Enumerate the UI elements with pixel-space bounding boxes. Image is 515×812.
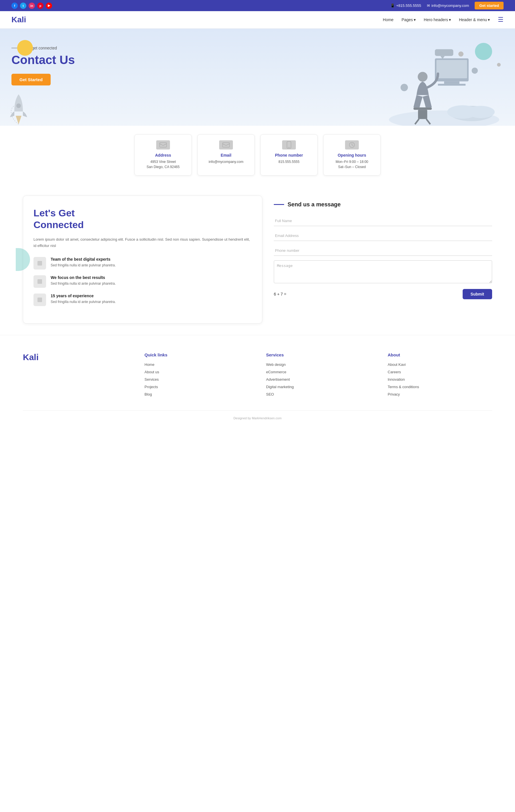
submit-button[interactable]: Submit: [463, 289, 492, 299]
top-bar: f t in p ▶ 📱 +815.555.5555 ✉ info@mycomp…: [0, 0, 515, 11]
feature-icon-3: [33, 293, 46, 306]
footer-link-privacy[interactable]: Privacy: [388, 392, 400, 397]
header-line-decoration: [274, 204, 284, 205]
contact-section: Let's Get Connected Lorem ipsum dolor si…: [0, 184, 515, 335]
nav-pages[interactable]: Pages ▾: [401, 18, 416, 22]
top-bar-contact: 📱 +815.555.5555 ✉ info@mycompany.com: [390, 3, 469, 8]
hero-small-circle2: [497, 63, 501, 66]
top-cta-button[interactable]: Get started: [475, 2, 504, 9]
footer: Kali Quick links Home About us Services …: [0, 335, 515, 429]
instagram-icon[interactable]: in: [29, 3, 35, 9]
hero-yellow-circle: [17, 40, 33, 56]
contact-form: 6 + 7 = Submit: [274, 216, 492, 299]
svg-rect-5: [436, 60, 467, 78]
hero-section: Let's get connected Contact Us Get Start…: [0, 29, 515, 126]
footer-link-blog[interactable]: Blog: [144, 392, 152, 397]
card-phone-title: Phone number: [266, 153, 311, 157]
feature-item-2: We focus on the best results Sed fringil…: [33, 275, 252, 288]
svg-point-15: [401, 84, 408, 91]
chevron-down-icon: ▾: [414, 18, 416, 22]
contact-form-panel: Send us a message 6 + 7 = Submit: [274, 196, 492, 305]
facebook-icon[interactable]: f: [11, 3, 18, 9]
svg-rect-25: [37, 297, 42, 302]
footer-link-seo[interactable]: SEO: [266, 392, 274, 397]
form-group-phone: [274, 245, 492, 256]
twitter-icon[interactable]: t: [20, 3, 26, 9]
footer-link-careers[interactable]: Careers: [388, 370, 401, 374]
message-textarea[interactable]: [274, 260, 492, 283]
email-input[interactable]: [274, 231, 492, 241]
feature-title-1: Team of the best digital experts: [51, 257, 116, 262]
footer-link-advertisement[interactable]: Advertisement: [266, 377, 290, 382]
footer-link-aboutkavi[interactable]: About Kavi: [388, 362, 406, 367]
info-cards-section: Address 4953 Vine StreetSan Diego, CA 92…: [0, 126, 515, 184]
footer-link-digitalmarketing[interactable]: Digital marketing: [266, 385, 294, 389]
footer-copyright: Designed by MarkHendriksen.com: [234, 416, 281, 420]
svg-point-3: [467, 106, 495, 118]
card-email-text: info@mycompany.com: [204, 159, 249, 164]
footer-link-projects[interactable]: Projects: [144, 385, 158, 389]
top-bar-right: 📱 +815.555.5555 ✉ info@mycompany.com Get…: [390, 2, 504, 9]
logo[interactable]: Kali: [11, 15, 26, 24]
footer-quicklinks: Quick links Home About us Services Proje…: [144, 352, 249, 399]
nav-links: Home Pages ▾ Hero headers ▾ Header & men…: [383, 16, 504, 24]
nav-home[interactable]: Home: [383, 18, 394, 22]
email-card-icon: [219, 140, 233, 149]
feature-desc-3: Sed fringilla nulla id ante pulvinar pha…: [51, 299, 116, 304]
feature-title-3: 15 years of experience: [51, 293, 116, 298]
svg-point-8: [418, 72, 428, 82]
svg-point-21: [289, 147, 290, 148]
card-phone-text: 815.555.5555: [266, 159, 311, 164]
feature-text-2: We focus on the best results Sed fringil…: [51, 275, 116, 286]
footer-link-home[interactable]: Home: [144, 362, 155, 367]
youtube-icon[interactable]: ▶: [46, 3, 52, 9]
social-icons-group: f t in p ▶: [11, 3, 52, 9]
card-phone: Phone number 815.555.5555: [260, 134, 318, 175]
nav-header-menu[interactable]: Header & menu ▾: [459, 18, 490, 22]
full-name-input[interactable]: [274, 216, 492, 226]
svg-rect-10: [418, 110, 427, 119]
feature-item-1: Team of the best digital experts Sed fri…: [33, 257, 252, 269]
footer-link-webdesign[interactable]: Web design: [266, 362, 286, 367]
feature-icon-2: [33, 275, 46, 288]
address-icon: [156, 140, 170, 149]
lets-get-title: Let's Get Connected: [33, 207, 252, 231]
email-address: info@mycompany.com: [431, 3, 469, 8]
footer-services: Services Web design eCommerce Advertisem…: [266, 352, 371, 399]
form-group-message: [274, 260, 492, 284]
chevron-down-icon3: ▾: [488, 18, 490, 22]
feature-desc-2: Sed fringilla nulla id ante pulvinar pha…: [51, 281, 116, 286]
footer-link-services[interactable]: Services: [144, 377, 159, 382]
footer-services-title: Services: [266, 352, 371, 357]
phone-card-icon: [282, 140, 296, 149]
email-contact: ✉ info@mycompany.com: [427, 3, 469, 8]
form-footer: 6 + 7 = Submit: [274, 289, 492, 299]
hero-cta-button[interactable]: Get Started: [11, 74, 51, 85]
card-address: Address 4953 Vine StreetSan Diego, CA 92…: [134, 134, 192, 175]
footer-link-ecommerce[interactable]: eCommerce: [266, 370, 287, 374]
card-address-title: Address: [140, 153, 186, 157]
send-msg-header: Send us a message: [274, 201, 492, 208]
pinterest-icon[interactable]: p: [37, 3, 44, 9]
nav-hero-headers[interactable]: Hero headers ▾: [424, 18, 451, 22]
feature-desc-1: Sed fringilla nulla id ante pulvinar pha…: [51, 263, 116, 268]
svg-rect-6: [444, 82, 460, 84]
phone-number: +815.555.5555: [396, 3, 421, 8]
phone-contact: 📱 +815.555.5555: [390, 3, 421, 8]
svg-rect-13: [435, 49, 453, 56]
footer-link-about[interactable]: About us: [144, 370, 159, 374]
footer-link-innovation[interactable]: Innovation: [388, 377, 405, 382]
card-hours: Opening hours Mon–Fri 9:00 – 18:00Sat–Su…: [323, 134, 381, 175]
footer-quicklinks-title: Quick links: [144, 352, 249, 357]
card-hours-title: Opening hours: [329, 153, 375, 157]
footer-link-terms[interactable]: Terms & conditions: [388, 385, 419, 389]
hamburger-menu[interactable]: ☰: [498, 16, 504, 24]
contact-left-panel: Let's Get Connected Lorem ipsum dolor si…: [23, 196, 262, 323]
svg-rect-19: [223, 143, 229, 147]
contact-description: Lorem ipsum dolor sit amet, consectetur …: [33, 236, 252, 249]
phone-input[interactable]: [274, 245, 492, 256]
card-email-title: Email: [204, 153, 249, 157]
rocket-icon: [6, 91, 31, 126]
form-group-name: [274, 216, 492, 226]
svg-rect-18: [160, 143, 166, 147]
